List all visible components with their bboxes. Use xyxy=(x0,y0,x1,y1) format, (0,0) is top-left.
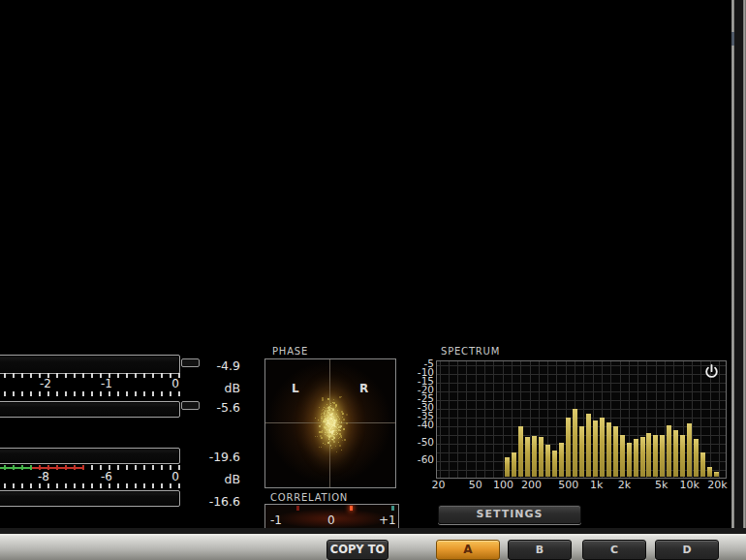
settings-button[interactable]: SETTINGS xyxy=(438,505,581,524)
meter-tick xyxy=(13,391,15,396)
meter-tick xyxy=(126,373,128,378)
meter-readout-top-low: -5.6 xyxy=(194,400,240,415)
plugin-window: -4.9 dB -5.6 -19.6 dB -16.6 -2-10-8-60 P… xyxy=(0,0,746,560)
phase-speck xyxy=(331,414,332,415)
meter-tick xyxy=(65,465,67,470)
meter-tick xyxy=(65,373,67,378)
spectrum-bar xyxy=(552,451,557,477)
meter-tick xyxy=(21,373,23,378)
power-icon xyxy=(704,364,719,379)
spectrum-bar xyxy=(586,414,591,477)
meter-bar-top-right xyxy=(0,401,180,418)
spectrum-x-tick-label: 20 xyxy=(425,479,452,491)
phase-speck xyxy=(325,434,326,435)
phase-speck xyxy=(333,432,334,433)
meter-scale-label: -2 xyxy=(34,377,57,390)
meter-tick xyxy=(126,465,128,470)
phase-speck xyxy=(330,405,331,406)
spectrum-bar xyxy=(620,435,625,477)
spectrum-bar xyxy=(579,426,584,477)
phase-speck xyxy=(317,436,318,437)
phase-speck xyxy=(333,434,334,435)
meter-tick xyxy=(91,373,93,378)
preset-button-b[interactable]: B xyxy=(508,540,572,560)
phase-speck xyxy=(321,414,322,415)
meter-tick xyxy=(135,483,137,488)
scrollbar-thumb[interactable] xyxy=(731,32,734,46)
meter-tick xyxy=(74,465,76,470)
spectrum-x-tick-label: 2k xyxy=(611,479,638,491)
meter-tick xyxy=(91,391,93,396)
phase-speck xyxy=(331,448,332,449)
scrollbar-track[interactable] xyxy=(730,0,746,560)
phase-speck xyxy=(321,447,322,448)
copy-to-button[interactable]: COPY TO xyxy=(326,540,389,560)
phase-speck xyxy=(330,403,331,404)
phase-speck xyxy=(323,409,324,410)
spectrum-bar xyxy=(640,437,645,477)
correlation-mid-label: 0 xyxy=(327,513,335,527)
meter-tick xyxy=(13,465,15,470)
meter-tick xyxy=(4,391,6,396)
meter-tick xyxy=(100,391,102,396)
preset-c-label: C xyxy=(583,541,645,559)
preset-button-c[interactable]: C xyxy=(582,540,646,560)
meter-tick xyxy=(135,391,137,396)
spectrum-bar xyxy=(539,437,544,477)
spectrum-bar xyxy=(634,439,638,477)
meter-readout-bottom-high: -19.6 xyxy=(194,450,240,464)
preset-button-a[interactable]: A xyxy=(436,540,500,560)
power-button[interactable] xyxy=(704,364,721,380)
spectrum-x-tick-label: 50 xyxy=(462,479,489,491)
spectrum-bar xyxy=(700,452,705,478)
phase-display: L R xyxy=(264,358,396,488)
phase-speck xyxy=(328,433,329,434)
correlation-meter: -1 0 +1 xyxy=(264,504,399,531)
meter-tick xyxy=(170,391,171,396)
phase-speck xyxy=(319,447,320,448)
preset-d-label: D xyxy=(656,541,718,559)
meter-tick xyxy=(30,483,32,488)
phase-speck xyxy=(328,436,330,438)
spectrum-y-tick-label: -60 xyxy=(401,453,434,465)
spectrum-bar xyxy=(532,436,537,477)
phase-speck xyxy=(340,427,341,428)
spectrum-analyzer xyxy=(436,360,727,479)
phase-speck xyxy=(343,428,345,430)
settings-button-label: SETTINGS xyxy=(439,506,580,522)
meter-tick xyxy=(4,465,6,470)
preset-button-d[interactable]: D xyxy=(655,540,719,560)
meter-tick xyxy=(178,391,180,396)
phase-speck xyxy=(336,419,337,420)
meter-tick xyxy=(143,483,145,488)
phase-speck xyxy=(321,431,323,433)
meter-tick xyxy=(91,483,93,488)
correlation-max-label: +1 xyxy=(379,513,396,527)
phase-speck xyxy=(335,407,336,408)
meter-tick xyxy=(65,483,67,488)
phase-speck xyxy=(318,420,319,420)
meter-tick xyxy=(4,373,6,378)
meter-tick xyxy=(91,465,93,470)
spectrum-bar xyxy=(627,443,632,477)
spectrum-bar xyxy=(694,439,699,477)
phase-speck xyxy=(322,397,324,399)
meter-tick xyxy=(161,465,163,470)
phase-speck xyxy=(322,410,323,411)
phase-speck xyxy=(342,413,344,415)
phase-speck xyxy=(325,421,326,422)
phase-speck xyxy=(330,446,331,447)
phase-left-label: L xyxy=(292,382,299,395)
phase-speck xyxy=(338,427,339,428)
meter-tick xyxy=(74,483,76,488)
meter-scale-label: 0 xyxy=(164,377,187,390)
phase-speck xyxy=(327,418,328,419)
correlation-min-label: -1 xyxy=(270,513,282,527)
meter-tick xyxy=(117,391,119,396)
phase-speck xyxy=(337,433,338,434)
meter-tick xyxy=(65,391,67,396)
spectrum-bar xyxy=(566,418,571,477)
meter-tick xyxy=(30,391,32,396)
meter-scale-label: -1 xyxy=(95,377,118,390)
phase-speck xyxy=(328,409,330,411)
